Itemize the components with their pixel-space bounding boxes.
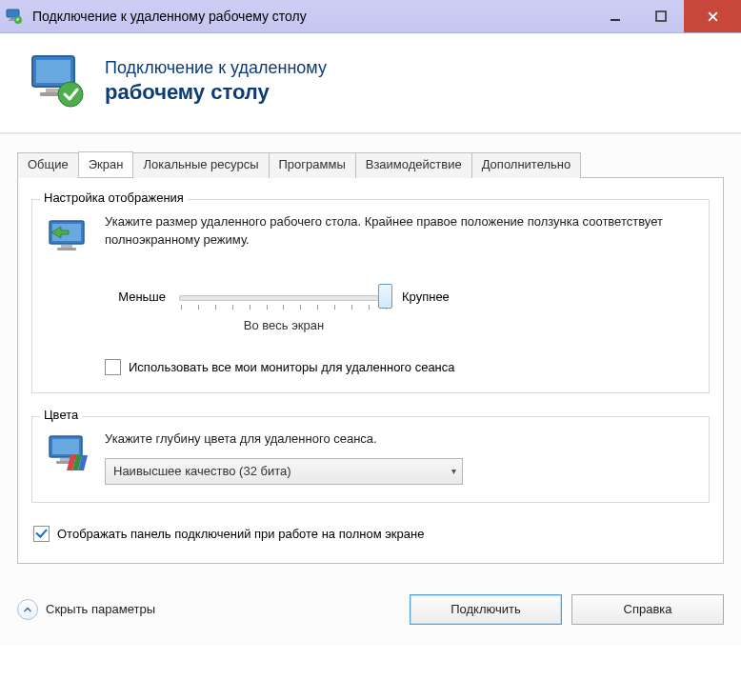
header-line2: рабочему столу bbox=[105, 79, 327, 106]
use-all-monitors-row: Использовать все мои мониторы для удален… bbox=[105, 359, 695, 375]
header-block: Подключение к удаленному рабочему столу bbox=[0, 33, 741, 132]
connect-button[interactable]: Подключить bbox=[410, 594, 562, 625]
display-config-icon bbox=[46, 215, 91, 261]
help-button[interactable]: Справка bbox=[571, 594, 724, 625]
tab-general[interactable]: Общие bbox=[17, 152, 79, 178]
group-display-config: Настройка отображения Укажите размер уда… bbox=[31, 199, 710, 393]
color-depth-select[interactable]: Наивысшее качество (32 бита) ▾ bbox=[105, 458, 463, 485]
footer: Скрыть параметры Подключить Справка bbox=[0, 577, 741, 646]
svg-rect-4 bbox=[611, 19, 620, 21]
group-colors: Цвета Укажи bbox=[31, 416, 710, 503]
resolution-slider[interactable] bbox=[179, 282, 389, 312]
svg-rect-0 bbox=[7, 10, 19, 17]
tab-panel-display: Настройка отображения Укажите размер уда… bbox=[17, 178, 724, 564]
resolution-slider-row: Меньше Крупнее bbox=[105, 282, 695, 312]
title-bar: Подключение к удаленному рабочему столу bbox=[0, 0, 741, 33]
svg-rect-13 bbox=[61, 245, 72, 248]
svg-point-10 bbox=[58, 82, 83, 107]
colors-description: Укажите глубину цвета для удаленного сеа… bbox=[105, 430, 695, 449]
use-all-monitors-checkbox[interactable] bbox=[105, 359, 121, 375]
tab-bar: Общие Экран Локальные ресурсы Программы … bbox=[17, 151, 724, 178]
hide-options-label: Скрыть параметры bbox=[46, 602, 155, 616]
minimize-button[interactable] bbox=[592, 0, 638, 32]
svg-rect-7 bbox=[36, 60, 70, 83]
color-depth-value: Наивысшее качество (32 бита) bbox=[113, 464, 291, 478]
hide-options-link[interactable]: Скрыть параметры bbox=[17, 599, 155, 620]
header-line1: Подключение к удаленному bbox=[105, 57, 327, 79]
window-title: Подключение к удаленному рабочему столу bbox=[32, 9, 307, 24]
header-logo-icon bbox=[27, 50, 88, 111]
tab-advanced[interactable]: Дополнительно bbox=[471, 152, 582, 178]
header-heading: Подключение к удаленному рабочему столу bbox=[105, 57, 327, 105]
maximize-button[interactable] bbox=[638, 0, 684, 32]
tab-programs[interactable]: Программы bbox=[269, 152, 356, 178]
tab-experience[interactable]: Взаимодействие bbox=[355, 152, 472, 178]
content-area: Общие Экран Локальные ресурсы Программы … bbox=[0, 134, 741, 577]
slider-label-larger: Крупнее bbox=[402, 290, 450, 304]
svg-rect-5 bbox=[656, 11, 666, 21]
tab-display[interactable]: Экран bbox=[78, 151, 134, 177]
show-connection-bar-row: Отображать панель подключений при работе… bbox=[33, 526, 708, 542]
slider-thumb[interactable] bbox=[378, 284, 392, 309]
window-controls bbox=[592, 0, 741, 32]
slider-label-smaller: Меньше bbox=[105, 290, 166, 304]
display-config-description: Укажите размер удаленного рабочего стола… bbox=[105, 213, 695, 250]
tab-local-resources[interactable]: Локальные ресурсы bbox=[132, 152, 269, 178]
close-button[interactable] bbox=[684, 0, 741, 32]
svg-rect-16 bbox=[52, 439, 79, 454]
chevron-down-icon: ▾ bbox=[451, 466, 456, 476]
slider-value-label: Во весь экран bbox=[179, 318, 389, 332]
svg-rect-14 bbox=[57, 248, 76, 250]
use-all-monitors-label: Использовать все мои мониторы для удален… bbox=[129, 360, 455, 374]
group-colors-legend: Цвета bbox=[40, 408, 82, 422]
show-connection-bar-label: Отображать панель подключений при работе… bbox=[57, 527, 424, 541]
app-icon bbox=[6, 8, 23, 25]
colors-icon bbox=[46, 432, 91, 478]
chevron-up-circle-icon bbox=[17, 599, 38, 620]
group-display-legend: Настройка отображения bbox=[40, 190, 188, 205]
show-connection-bar-checkbox[interactable] bbox=[33, 526, 50, 542]
